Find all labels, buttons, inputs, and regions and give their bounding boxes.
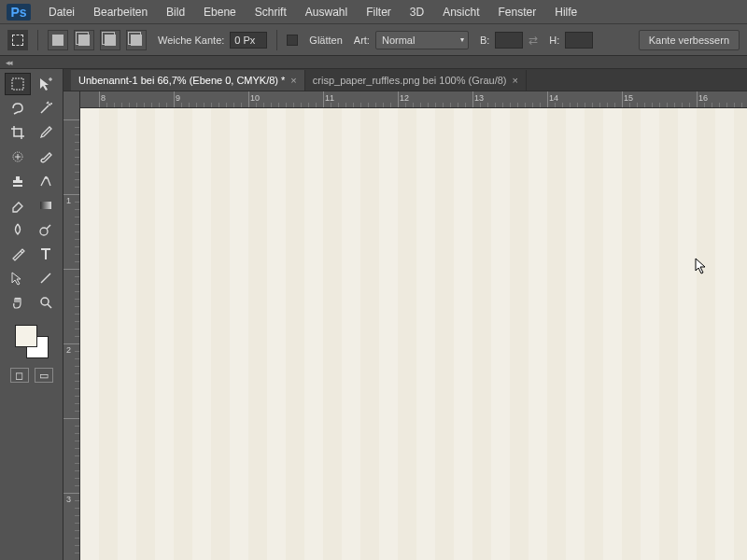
width-input[interactable] [495,32,523,49]
panel-collapse-strip[interactable]: ◂◂ [0,56,747,69]
color-swatches[interactable] [15,325,49,358]
heal-tool[interactable] [5,146,31,168]
app-logo: Ps [7,3,30,21]
stamp-tool[interactable] [5,170,31,192]
menu-auswahl[interactable]: Auswahl [296,2,357,22]
tools-panel: ◻ ▭ [0,69,63,560]
zoom-tool[interactable] [33,291,59,314]
quickmask-button[interactable]: ◻ [10,368,29,383]
screenmode-button[interactable]: ▭ [35,368,53,383]
selection-new-button[interactable] [48,30,68,50]
hand-tool[interactable] [5,291,31,314]
close-icon[interactable]: × [290,75,296,86]
pen-tool[interactable] [5,243,31,265]
path-tool[interactable] [5,267,31,289]
tab-label: Unbenannt-1 bei 66,7% (Ebene 0, CMYK/8) … [78,75,285,86]
width-label: B: [480,35,489,46]
wand-tool[interactable] [33,97,59,119]
svg-point-4 [41,298,49,305]
options-bar: Weiche Kante: Glätten Art: Normal B: ⇄ H… [0,24,747,56]
menu-hilfe[interactable]: Hilfe [545,2,586,22]
svg-point-3 [40,228,48,235]
fg-color-swatch[interactable] [15,325,37,347]
document-area: Unbenannt-1 bei 66,7% (Ebene 0, CMYK/8) … [63,69,747,560]
menu-bild[interactable]: Bild [157,2,194,22]
canvas[interactable] [80,108,747,560]
blur-tool[interactable] [5,218,31,241]
selection-intersect-button[interactable] [126,30,147,50]
document-tab[interactable]: crisp_paper_ruffles.png bei 100% (Grau/8… [305,70,527,91]
antialias-label: Glätten [309,35,342,46]
type-tool[interactable] [33,243,59,265]
menu-3d[interactable]: 3D [401,2,433,22]
antialias-checkbox[interactable] [287,35,298,46]
menu-datei[interactable]: Datei [39,2,84,22]
menu-schrift[interactable]: Schrift [246,2,296,22]
swap-wh-icon[interactable]: ⇄ [529,34,538,47]
height-label: H: [549,35,559,46]
svg-rect-0 [12,78,23,90]
menubar: Ps DateiBearbeitenBildEbeneSchriftAuswah… [0,0,747,24]
close-icon[interactable]: × [513,75,518,86]
feather-label: Weiche Kante: [158,35,224,46]
move-tool[interactable] [33,73,59,95]
eyedrop-tool[interactable] [33,121,59,144]
eraser-tool[interactable] [5,194,31,217]
gradient-tool[interactable] [33,194,59,217]
selection-add-button[interactable] [74,30,94,50]
line-tool[interactable] [33,267,59,289]
brush-tool[interactable] [33,146,59,168]
document-tab[interactable]: Unbenannt-1 bei 66,7% (Ebene 0, CMYK/8) … [71,70,305,91]
style-label: Art: [354,35,370,46]
lasso-tool[interactable] [5,97,31,119]
refine-edge-button[interactable]: Kante verbessern [639,30,740,50]
marquee-tool[interactable] [5,73,31,95]
style-select[interactable]: Normal [375,31,469,49]
selection-subtract-button[interactable] [100,30,120,50]
dodge-tool[interactable] [33,218,59,241]
history-tool[interactable] [33,170,59,192]
tab-label: crisp_paper_ruffles.png bei 100% (Grau/8… [313,75,507,86]
menu-ebene[interactable]: Ebene [194,2,246,22]
ruler-horizontal[interactable]: 8910111213141516 [80,91,747,108]
menu-ansicht[interactable]: Ansicht [433,2,488,22]
menu-bearbeiten[interactable]: Bearbeiten [84,2,157,22]
height-input[interactable] [565,32,593,49]
menu-filter[interactable]: Filter [357,2,401,22]
crop-tool[interactable] [5,121,31,144]
ruler-vertical[interactable]: 123 [63,91,80,560]
feather-input[interactable] [230,32,267,49]
menu-fenster[interactable]: Fenster [489,2,546,22]
tool-preset-button[interactable] [7,30,28,50]
document-tabs: Unbenannt-1 bei 66,7% (Ebene 0, CMYK/8) … [63,69,747,91]
svg-rect-2 [40,202,51,209]
cursor-icon [695,258,708,278]
